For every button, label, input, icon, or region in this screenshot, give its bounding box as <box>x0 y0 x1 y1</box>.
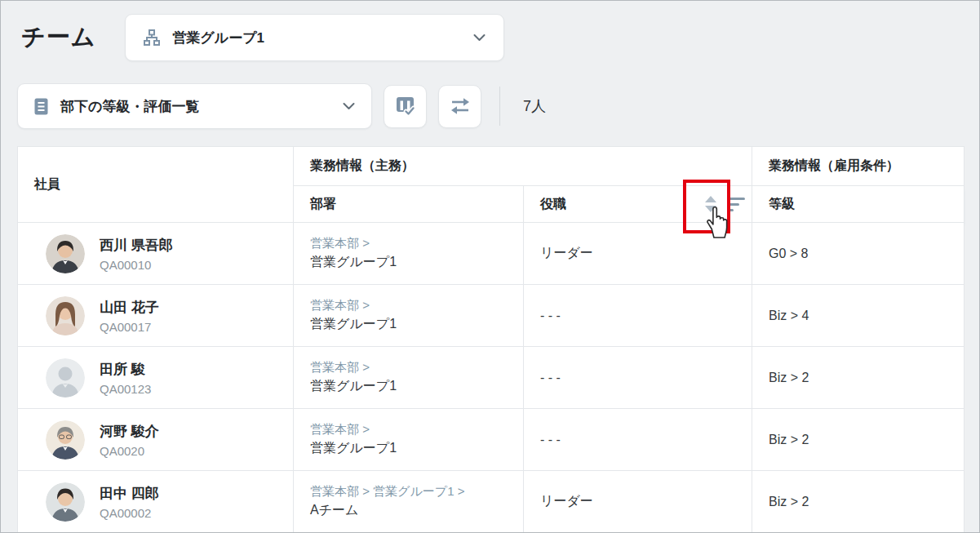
group-header-main-duty: 業務情報（主務） <box>294 147 752 186</box>
table-row[interactable]: 河野 駿介 QA0020 営業本部 > 営業グループ1 - - - Biz > … <box>18 409 964 471</box>
grade-value: Biz > 2 <box>752 409 964 471</box>
employee-name: 西川 県吾郎 <box>100 236 173 255</box>
employee-code: QA00010 <box>100 258 173 272</box>
topbar: チーム 営業グループ1 <box>1 1 979 62</box>
org-chart-icon <box>142 28 162 47</box>
col-header-grade: 等級 <box>752 186 964 223</box>
department-name: 営業グループ1 <box>310 316 523 333</box>
employee-code: QA00017 <box>100 320 159 334</box>
avatar <box>46 482 85 522</box>
view-selector-value: 部下の等級・評価一覧 <box>60 97 199 116</box>
column-settings-check-icon <box>394 95 416 118</box>
team-selector-value: 営業グループ1 <box>172 29 264 47</box>
team-page: チーム 営業グループ1 <box>0 0 980 533</box>
position-value: リーダー <box>524 471 752 533</box>
view-selector-dropdown[interactable]: 部下の等級・評価一覧 <box>17 83 372 129</box>
position-header-label: 役職 <box>540 196 566 213</box>
page-title: チーム <box>21 21 95 54</box>
employee-code: QA00123 <box>100 382 151 396</box>
department-path-link[interactable]: 営業本部 > <box>310 298 523 313</box>
employee-name: 山田 花子 <box>100 298 159 317</box>
position-value: - - - <box>524 285 752 347</box>
department-name: 営業グループ1 <box>310 440 523 457</box>
employee-name: 田所 駿 <box>100 360 151 379</box>
department-name: Aチーム <box>310 502 523 519</box>
group-header-employment: 業務情報（雇用条件） <box>752 147 964 186</box>
avatar <box>46 234 85 273</box>
table-group-header-row: 社員 業務情報（主務） 業務情報（雇用条件） <box>18 147 964 186</box>
sort-icon[interactable] <box>705 196 716 212</box>
department-path-link[interactable]: 営業本部 > <box>310 236 523 251</box>
position-value: - - - <box>524 409 752 471</box>
table-row[interactable]: 西川 県吾郎 QA00010 営業本部 > 営業グループ1 リーダー G0 > … <box>18 223 964 285</box>
grade-value: G0 > 8 <box>752 223 964 285</box>
chevron-down-icon <box>473 33 486 42</box>
department-name: 営業グループ1 <box>310 254 523 271</box>
column-settings-button[interactable] <box>384 85 427 128</box>
member-count: 7人 <box>523 96 546 116</box>
avatar <box>46 420 85 460</box>
filter-icon[interactable] <box>729 198 745 211</box>
col-header-employee: 社員 <box>18 147 294 223</box>
list-document-icon <box>33 97 50 116</box>
employee-code: QA0020 <box>100 444 159 458</box>
position-value: リーダー <box>524 223 752 285</box>
divider <box>499 87 500 126</box>
grade-value: Biz > 2 <box>752 347 964 409</box>
table-row[interactable]: 田所 駿 QA00123 営業本部 > 営業グループ1 - - - Biz > … <box>18 347 964 409</box>
position-value: - - - <box>524 347 752 409</box>
chevron-down-icon <box>343 102 355 110</box>
grade-value: Biz > 4 <box>752 285 964 347</box>
subordinates-table: 社員 業務情報（主務） 業務情報（雇用条件） 部署 役職 等級 <box>17 146 964 533</box>
department-path-link[interactable]: 営業本部 > <box>310 422 523 438</box>
table-row[interactable]: 山田 花子 QA00017 営業本部 > 営業グループ1 - - - Biz >… <box>18 285 964 347</box>
employee-code: QA00002 <box>100 506 159 520</box>
department-path-link[interactable]: 営業本部 > <box>310 360 523 375</box>
employee-name: 田中 四郎 <box>100 484 159 503</box>
team-selector-dropdown[interactable]: 営業グループ1 <box>125 14 504 61</box>
col-header-department: 部署 <box>294 186 524 223</box>
grade-value: Biz > 2 <box>752 471 964 533</box>
employee-name: 河野 駿介 <box>100 422 159 441</box>
swap-view-button[interactable] <box>438 85 481 128</box>
avatar <box>46 296 85 335</box>
table-row[interactable]: 田中 四郎 QA00002 営業本部 > 営業グループ1 > Aチーム リーダー… <box>18 471 964 533</box>
swap-arrows-icon <box>450 96 471 116</box>
col-header-position: 役職 <box>524 186 752 223</box>
toolbar: 部下の等級・評価一覧 <box>17 83 979 129</box>
department-name: 営業グループ1 <box>310 378 523 395</box>
avatar-placeholder <box>46 358 85 398</box>
department-path-link[interactable]: 営業本部 > 営業グループ1 > <box>310 484 523 500</box>
